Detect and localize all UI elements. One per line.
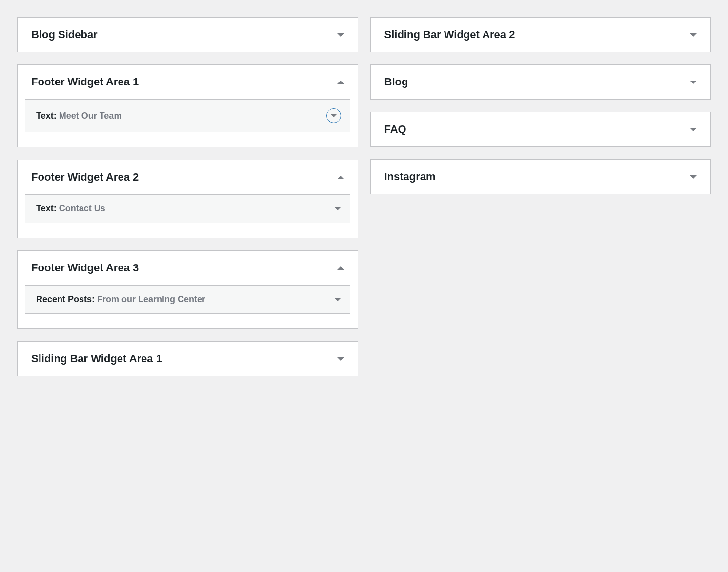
widget-item-text-contact-us[interactable]: Text: Contact Us — [25, 194, 350, 223]
widget-item-toggle-button[interactable] — [326, 108, 341, 123]
widget-area-header[interactable]: Sliding Bar Widget Area 1 — [18, 342, 358, 376]
widget-item-name: Contact Us — [59, 204, 105, 213]
widget-area-body: Recent Posts: From our Learning Center — [18, 285, 358, 328]
right-column: Sliding Bar Widget Area 2BlogFAQInstagra… — [370, 17, 711, 376]
widget-area-sliding-bar-widget-area-1: Sliding Bar Widget Area 1 — [17, 341, 358, 376]
widget-area-title: Instagram — [384, 170, 436, 183]
widget-item-label: Text: Contact Us — [36, 204, 105, 214]
widget-item-label: Recent Posts: From our Learning Center — [36, 294, 205, 305]
widget-area-blog-sidebar: Blog Sidebar — [17, 17, 358, 52]
widget-area-header[interactable]: Blog Sidebar — [18, 18, 358, 52]
widget-area-blog: Blog — [370, 64, 711, 100]
widget-area-header[interactable]: Blog — [371, 65, 711, 99]
widget-item-type: Recent Posts — [36, 294, 92, 304]
chevron-up-icon — [337, 266, 344, 270]
chevron-down-icon — [690, 128, 697, 131]
widget-item-type: Text — [36, 111, 54, 121]
widget-area-title: FAQ — [384, 123, 406, 136]
chevron-up-icon — [337, 176, 344, 179]
widget-area-sliding-bar-widget-area-2: Sliding Bar Widget Area 2 — [370, 17, 711, 52]
widget-area-header[interactable]: Footer Widget Area 2 — [18, 160, 358, 194]
widget-item-type: Text — [36, 204, 54, 213]
widget-area-title: Footer Widget Area 1 — [31, 76, 139, 88]
chevron-down-icon — [690, 175, 697, 179]
widget-area-title: Blog — [384, 76, 408, 88]
chevron-down-icon — [337, 33, 344, 37]
chevron-down-icon — [690, 33, 697, 37]
widget-area-header[interactable]: FAQ — [371, 112, 711, 146]
widget-item-name: Meet Our Team — [59, 111, 122, 121]
widget-area-header[interactable]: Footer Widget Area 1 — [18, 65, 358, 99]
widget-area-body: Text: Meet Our Team — [18, 99, 358, 147]
widget-area-footer-widget-area-1: Footer Widget Area 1Text: Meet Our Team — [17, 64, 358, 147]
widget-area-title: Sliding Bar Widget Area 1 — [31, 352, 162, 365]
chevron-down-icon — [331, 114, 337, 117]
widget-area-title: Blog Sidebar — [31, 28, 98, 41]
widget-area-header[interactable]: Instagram — [371, 160, 711, 194]
widget-area-title: Sliding Bar Widget Area 2 — [384, 28, 515, 41]
widget-area-title: Footer Widget Area 2 — [31, 171, 139, 184]
chevron-up-icon — [337, 81, 344, 84]
widget-area-footer-widget-area-3: Footer Widget Area 3Recent Posts: From o… — [17, 250, 358, 329]
widget-area-faq: FAQ — [370, 112, 711, 147]
widget-area-body: Text: Contact Us — [18, 194, 358, 238]
left-column: Blog SidebarFooter Widget Area 1Text: Me… — [17, 17, 358, 376]
chevron-down-icon — [334, 207, 341, 210]
chevron-down-icon — [337, 357, 344, 361]
widget-area-instagram: Instagram — [370, 159, 711, 194]
chevron-down-icon — [334, 298, 341, 301]
widget-item-text-meet-our-team[interactable]: Text: Meet Our Team — [25, 99, 350, 132]
widget-area-header[interactable]: Footer Widget Area 3 — [18, 251, 358, 285]
widget-area-header[interactable]: Sliding Bar Widget Area 2 — [371, 18, 711, 52]
widget-area-title: Footer Widget Area 3 — [31, 262, 139, 274]
chevron-down-icon — [690, 81, 697, 84]
widget-item-name: From our Learning Center — [97, 294, 205, 304]
widget-item-label: Text: Meet Our Team — [36, 111, 121, 121]
widget-item-recent-posts-from-our-learning-center[interactable]: Recent Posts: From our Learning Center — [25, 285, 350, 314]
widget-area-footer-widget-area-2: Footer Widget Area 2Text: Contact Us — [17, 160, 358, 238]
